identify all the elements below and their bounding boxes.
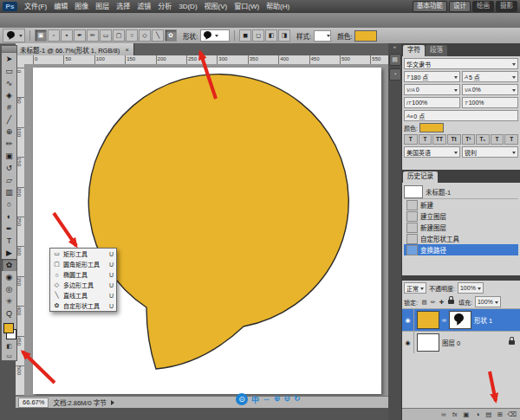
zoom-tool[interactable]: Q (2, 307, 16, 320)
fill-field[interactable]: 100% (475, 296, 501, 307)
brush-tool[interactable]: ✏ (2, 138, 16, 150)
screen-mode-icon[interactable]: ▭ (2, 351, 16, 360)
vector-mask-thumbnail[interactable] (449, 311, 471, 329)
add-shape-icon[interactable]: ◼ (239, 29, 251, 42)
layer-row-shape1[interactable]: ◉ ∞ 形状 1 (402, 308, 520, 331)
freeform-pen-icon[interactable]: ✏ (87, 29, 99, 42)
3d-orbit-tool[interactable]: ◎ (2, 283, 16, 295)
zoom-in-icon[interactable]: ⊕ (274, 394, 281, 405)
tool-preset-button[interactable] (3, 29, 25, 42)
rectangle-icon[interactable]: ▭ (100, 29, 112, 42)
workspace-design[interactable]: 设计 (449, 1, 471, 12)
menu-help[interactable]: 帮助(H) (263, 0, 293, 13)
blend-mode-select[interactable]: 正常 (404, 282, 426, 294)
shape-tool[interactable]: ✿ (2, 259, 16, 271)
leading-field[interactable]: A 5 点 (462, 71, 518, 82)
kerning-field[interactable]: V/A 0 (404, 84, 460, 95)
lock-pixels-icon[interactable]: ✏ (429, 299, 437, 306)
delete-layer-icon[interactable]: ⌫ (507, 410, 517, 418)
path-selection-tool[interactable]: ▶ (2, 247, 16, 259)
dock-panel-button-1[interactable]: ▤ (389, 54, 401, 66)
type-style-button[interactable]: T (419, 134, 432, 145)
ellipse-icon[interactable]: ○ (126, 29, 138, 42)
line-icon[interactable]: ╲ (152, 29, 164, 42)
type-style-button[interactable]: T (491, 134, 504, 145)
menu-view[interactable]: 视图(V) (201, 0, 231, 13)
close-tab-icon[interactable]: × (125, 46, 129, 54)
tab-paragraph[interactable]: 段落 (426, 45, 447, 56)
layer-thumbnail[interactable] (417, 333, 439, 352)
font-size-field[interactable]: T 180 点 (404, 71, 460, 82)
history-item[interactable]: 新建图层 (404, 222, 518, 233)
pen-tool-icon[interactable]: ✒ (74, 29, 86, 42)
quick-mask-icon[interactable]: ◧ (2, 341, 16, 351)
dock-panel-button-2[interactable]: ◔ (389, 68, 401, 81)
tab-history[interactable]: 历史记录 (403, 171, 438, 183)
flyout-rectangle-tool[interactable]: ▭ 矩形工具 U (50, 249, 116, 259)
layer-name[interactable]: 形状 1 (474, 315, 520, 325)
type-style-button[interactable]: T¹ (462, 134, 476, 145)
layer-effects-icon[interactable]: fx (451, 410, 458, 418)
custom-shape-icon[interactable]: ✿ (165, 29, 177, 42)
layer-color-thumbnail[interactable] (417, 311, 439, 329)
collapse-dock-icon[interactable]: « (388, 43, 401, 51)
pan-icon[interactable]: ↔ (263, 394, 270, 405)
pen-tool[interactable]: ✒ (2, 223, 16, 235)
blur-tool[interactable]: ○ (2, 198, 16, 210)
workspace-painting[interactable]: 绘画 (472, 1, 494, 12)
document-tab[interactable]: 未标题-1 @ 66.7%(形状 1, RGB/8) × (16, 43, 134, 55)
add-mask-icon[interactable]: ▣ (462, 410, 470, 418)
status-options-icon[interactable] (111, 400, 117, 405)
viewer-main-button[interactable]: ⊙ (236, 393, 248, 405)
tracking-field[interactable]: VA 0% (462, 84, 518, 95)
rotate-view-icon[interactable]: ↻ (294, 394, 301, 405)
adjustment-layer-icon[interactable]: ◑ (473, 410, 481, 418)
eye-visibility-icon[interactable]: ◉ (402, 309, 414, 331)
ps-logo[interactable]: Ps (3, 2, 17, 11)
paths-mode-icon[interactable]: ▫ (48, 29, 60, 42)
rounded-rectangle-icon[interactable]: ▢ (113, 29, 125, 42)
zoom-level-field[interactable]: 66.67% (18, 397, 49, 408)
history-item[interactable]: 建立图层 (404, 210, 518, 222)
opacity-field[interactable]: 100% (458, 282, 484, 294)
hand-tool[interactable]: ✳ (2, 295, 16, 307)
menu-analysis[interactable]: 分析 (154, 0, 175, 13)
fill-pixels-mode-icon[interactable]: ▪ (61, 29, 73, 42)
type-style-button[interactable]: Tt (447, 134, 461, 145)
eraser-tool[interactable]: ▱ (2, 174, 16, 186)
foreground-color-swatch[interactable] (3, 323, 14, 333)
quick-selection-tool[interactable]: ◈ (2, 89, 16, 101)
eye-visibility-icon[interactable]: ◉ (402, 332, 414, 353)
menu-image[interactable]: 图像 (71, 0, 92, 13)
move-tool[interactable]: ➤ (2, 53, 16, 65)
flyout-line-tool[interactable]: ╲ 直线工具 U (50, 290, 116, 300)
menu-edit[interactable]: 编辑 (50, 0, 71, 13)
dodge-tool[interactable]: ◐ (2, 210, 16, 223)
tab-character[interactable]: 字符 (403, 45, 425, 56)
type-style-button[interactable]: TT (432, 134, 446, 145)
antialias-select[interactable]: 锐利 (462, 146, 518, 158)
type-style-button[interactable]: T₁ (476, 134, 490, 145)
healing-brush-tool[interactable]: ⊕ (2, 126, 16, 138)
layer-name[interactable]: 图层 0 (442, 338, 506, 347)
flyout-ellipse-tool[interactable]: ○ 椭圆工具 U (50, 269, 116, 280)
eyedropper-tool[interactable]: ╱ (2, 113, 16, 126)
exclude-shape-icon[interactable]: ◨ (278, 29, 290, 42)
layer-row-background[interactable]: ◉ 图层 0 (402, 331, 520, 353)
flyout-custom-shape-tool[interactable]: ✿ 自定形状工具 U (50, 300, 116, 311)
clone-stamp-tool[interactable]: ▣ (2, 150, 16, 162)
style-picker[interactable] (314, 30, 331, 42)
type-tool[interactable]: T (2, 235, 16, 247)
canvas[interactable] (33, 68, 381, 394)
horizontal-scale-field[interactable]: T 100% (462, 97, 518, 108)
fit-center-icon[interactable]: 中 (251, 394, 259, 405)
shape-layers-mode-icon[interactable]: ▣ (35, 29, 47, 42)
3d-rotate-tool[interactable]: ◉ (2, 271, 16, 283)
lasso-tool[interactable]: ∿ (2, 77, 16, 89)
polygon-icon[interactable]: ◇ (139, 29, 151, 42)
flyout-polygon-tool[interactable]: ◇ 多边形工具 U (50, 280, 116, 290)
workspace-photography[interactable]: 摄影 (496, 1, 517, 12)
gradient-tool[interactable]: ▥ (2, 186, 16, 198)
lock-transparency-icon[interactable]: ▨ (420, 299, 428, 306)
font-family-select[interactable]: 华文隶书 (404, 58, 518, 69)
